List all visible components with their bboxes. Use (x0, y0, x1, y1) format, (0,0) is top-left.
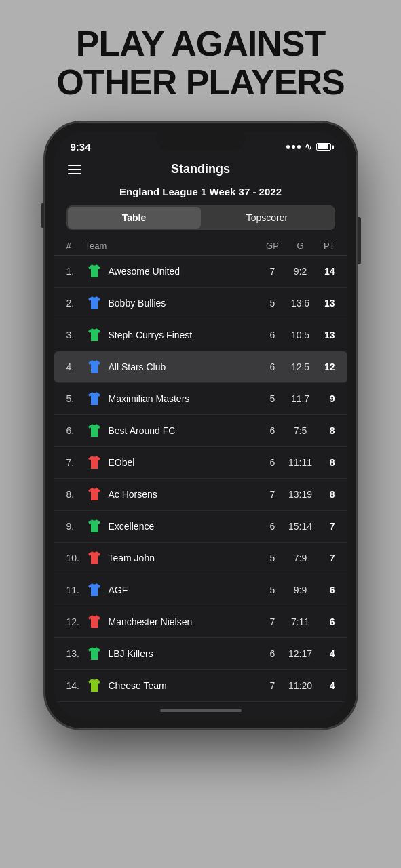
team-name: Bobby Bullies (109, 298, 261, 309)
rank-num: 14. (66, 680, 85, 691)
hamburger-icon[interactable] (68, 165, 81, 174)
table-row: 12. Manchester Nielsen 7 7:11 6 (54, 606, 347, 638)
g-val: 11:11 (285, 457, 316, 468)
gp-val: 6 (261, 330, 285, 340)
dot-2 (292, 145, 295, 149)
pt-val: 14 (316, 266, 335, 277)
table-row: 4. All Stars Club 6 12:5 12 (54, 351, 347, 383)
table-row: 9. Excellence 6 15:14 7 (54, 511, 347, 542)
g-val: 7:11 (285, 616, 316, 627)
rank-num: 7. (66, 457, 85, 468)
pt-val: 4 (316, 648, 335, 659)
rank-num: 5. (66, 393, 85, 404)
phone-outer: 9:34 ∿ Standings Eng (45, 122, 357, 729)
tab-topscorer[interactable]: Topscorer (201, 207, 334, 229)
gp-val: 5 (261, 298, 285, 309)
table-row: 11. AGF 5 9:9 6 (54, 574, 347, 606)
rank-num: 2. (66, 298, 85, 309)
table-row: 14. Cheese Team 7 11:20 4 (54, 670, 347, 702)
league-title: England League 1 Week 37 - 2022 (54, 180, 347, 205)
dot-3 (297, 145, 301, 149)
pt-val: 8 (316, 425, 335, 436)
home-indicator (54, 702, 347, 719)
rank-num: 6. (66, 425, 85, 436)
jersey-icon (85, 645, 103, 663)
jersey-icon (85, 422, 103, 439)
rank-num: 1. (66, 266, 85, 277)
team-name: Manchester Nielsen (109, 616, 261, 627)
status-icons: ∿ (286, 142, 331, 152)
jersey-icon (85, 326, 103, 344)
gp-val: 6 (261, 425, 285, 436)
g-val: 12:5 (285, 361, 316, 372)
pt-val: 8 (316, 457, 335, 468)
home-bar (160, 709, 242, 712)
pt-val: 9 (316, 393, 335, 404)
jersey-icon (85, 677, 103, 694)
g-val: 9:2 (285, 266, 316, 277)
team-name: Best Around FC (109, 425, 261, 436)
team-name: Ac Horsens (109, 489, 261, 500)
rank-num: 4. (66, 361, 85, 372)
hero-text: PLAY AGAINST OTHER PLAYERS (29, 0, 371, 122)
jersey-icon (85, 486, 103, 503)
gp-val: 6 (261, 361, 285, 372)
phone-screen: 9:34 ∿ Standings Eng (54, 132, 347, 719)
jersey-icon (85, 517, 103, 535)
phone-mockup: 9:34 ∿ Standings Eng (45, 122, 357, 760)
pt-val: 6 (316, 616, 335, 627)
jersey-icon (85, 581, 103, 599)
gp-val: 7 (261, 680, 285, 691)
jersey-icon (85, 294, 103, 312)
table-row: 10. Team John 5 7:9 7 (54, 542, 347, 574)
status-time: 9:34 (71, 141, 91, 153)
gp-val: 5 (261, 553, 285, 564)
gp-val: 7 (261, 616, 285, 627)
col-gp-header: GP (261, 241, 285, 251)
gp-val: 5 (261, 585, 285, 595)
team-name: All Stars Club (109, 361, 261, 372)
pt-val: 7 (316, 553, 335, 564)
tab-table[interactable]: Table (68, 207, 201, 229)
g-val: 10:5 (285, 330, 316, 340)
gp-val: 7 (261, 489, 285, 500)
g-val: 11:7 (285, 393, 316, 404)
gp-val: 7 (261, 266, 285, 277)
jersey-icon (85, 549, 103, 567)
table-row: 5. Maximilian Masters 5 11:7 9 (54, 383, 347, 415)
signal-dots (286, 145, 301, 149)
table-row: 8. Ac Horsens 7 13:19 8 (54, 479, 347, 511)
col-g-header: G (285, 241, 316, 251)
rank-num: 12. (66, 616, 85, 627)
gp-val: 6 (261, 521, 285, 532)
table-row: 1. Awesome United 7 9:2 14 (54, 256, 347, 288)
g-val: 15:14 (285, 521, 316, 532)
table-row: 7. EObel 6 11:11 8 (54, 447, 347, 479)
pt-val: 12 (316, 361, 335, 372)
team-name: Cheese Team (109, 680, 261, 691)
jersey-icon (85, 390, 103, 408)
pt-val: 6 (316, 585, 335, 595)
gp-val: 6 (261, 648, 285, 659)
g-val: 9:9 (285, 585, 316, 595)
table-row: 6. Best Around FC 6 7:5 8 (54, 415, 347, 447)
pt-val: 8 (316, 489, 335, 500)
jersey-icon (85, 262, 103, 280)
team-name: LBJ Killers (109, 648, 261, 659)
team-name: Steph Currys Finest (109, 330, 261, 340)
table-row: 3. Steph Currys Finest 6 10:5 13 (54, 319, 347, 351)
jersey-icon (85, 613, 103, 631)
rank-num: 8. (66, 489, 85, 500)
team-name: Team John (109, 553, 261, 564)
table-rows: 1. Awesome United 7 9:2 14 2. Bobby Bull… (54, 256, 347, 702)
pt-val: 13 (316, 298, 335, 309)
team-name: AGF (109, 585, 261, 595)
pt-val: 13 (316, 330, 335, 340)
team-name: Awesome United (109, 266, 261, 277)
rank-num: 10. (66, 553, 85, 564)
rank-num: 13. (66, 648, 85, 659)
gp-val: 6 (261, 457, 285, 468)
col-team-header: Team (85, 241, 261, 251)
g-val: 11:20 (285, 680, 316, 691)
rank-num: 11. (66, 585, 85, 595)
